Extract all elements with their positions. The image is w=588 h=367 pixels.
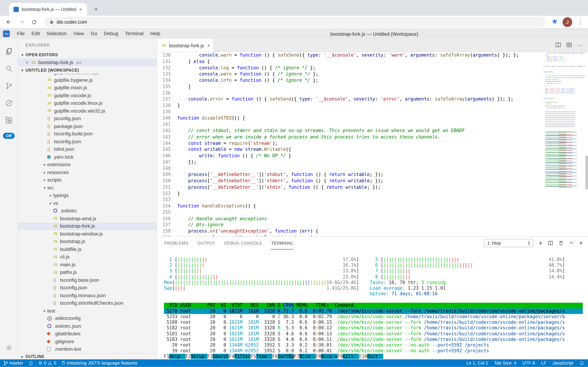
terminal-select[interactable]: 1: htop	[484, 239, 533, 247]
language-mode[interactable]: JavaScript	[553, 360, 573, 366]
tree-item-gulpfile.vscode.win32.js[interactable]: JSgulpfile.vscode.win32.js	[18, 107, 157, 115]
tree-item-package.json[interactable]: {}package.json	[18, 122, 157, 130]
js-file-icon: JS	[53, 263, 60, 266]
menu-help[interactable]: Help	[147, 29, 164, 39]
cursor-position[interactable]: Ln 1, Col 1	[466, 360, 488, 366]
menu-debug[interactable]: Debug	[100, 29, 122, 39]
tree-item-gulpfile.vscode.js[interactable]: JSgulpfile.vscode.js	[18, 92, 157, 99]
open-editors-header[interactable]: ▾ OPEN EDITORS	[18, 51, 157, 58]
tree-item-bootstrap-window.js[interactable]: JSbootstrap-window.js	[18, 230, 157, 238]
eol[interactable]: LF	[541, 360, 546, 366]
tree-item-scripts[interactable]: ▸scripts	[18, 176, 157, 184]
tree-item-tsconfig.strictnullchecks.json[interactable]: {}tsconfig.strictNullChecks.json	[18, 299, 157, 307]
bookmark-star-icon[interactable]	[551, 18, 558, 26]
split-terminal-icon[interactable]	[548, 240, 553, 246]
close-panel-icon[interactable]: ×	[579, 240, 583, 247]
tree-item-paths.js[interactable]: JSpaths.js	[18, 268, 157, 276]
browser-menu-icon[interactable]: ⋮	[577, 18, 584, 25]
tree-item-jsconfig.json[interactable]: {}jsconfig.json	[18, 115, 157, 122]
menu-go[interactable]: Go	[87, 29, 101, 39]
open-editor-item[interactable]: × JS bootstrap-fork.js src	[18, 58, 157, 66]
terminal[interactable]: 1 [||||||||||| 17.8%] 5 [|||||||||||||||…	[157, 250, 588, 359]
tree-item-gulpfile.hygiene.js[interactable]: JSgulpfile.hygiene.js	[18, 76, 157, 84]
tree-item-tsconfig.monaco.json[interactable]: {}tsconfig.monaco.json	[18, 292, 157, 299]
json-file-icon: {}	[53, 301, 60, 305]
tree-item-main.js[interactable]: JSmain.js	[18, 261, 157, 268]
tree-item-tslint.json[interactable]: {}tslint.json	[18, 145, 157, 153]
sync-icon[interactable]	[28, 361, 33, 366]
new-tab-button[interactable]: +	[91, 4, 101, 14]
git-branch-item[interactable]: master	[4, 360, 23, 366]
problems-item[interactable]: ⊘ 0 0	[39, 360, 56, 366]
search-icon[interactable]	[0, 60, 18, 77]
tree-item-bootstrap-amd.js[interactable]: JSbootstrap-amd.js	[18, 215, 157, 222]
tree-item-yarn.lock[interactable]: yarn.lock	[18, 153, 157, 161]
notifications-bell-icon[interactable]	[580, 361, 584, 366]
minimap[interactable]: console.warn = function () { safeSend({ …	[543, 52, 585, 236]
tree-item-tsconfig.base.json[interactable]: {}tsconfig.base.json	[18, 276, 157, 284]
panel-tab-debug-console[interactable]: DEBUG CONSOLE	[224, 237, 263, 249]
tree-item-test[interactable]: ▸test	[18, 307, 157, 315]
tree-item-.mention-bot[interactable]: .mention-bot	[18, 345, 157, 353]
editor-scrollbar[interactable]	[585, 156, 588, 190]
reload-icon[interactable]	[29, 17, 39, 27]
line-numbers: 1301311321331341351361371381391401411421…	[157, 52, 177, 236]
code-editor[interactable]: 1301311321331341351361371381391401411421…	[157, 52, 588, 236]
tree-item-tsconfig.json[interactable]: {}tsconfig.json	[18, 284, 157, 292]
menu-file[interactable]: File	[14, 29, 28, 39]
tree-item-gulpfile.mixin.js[interactable]: JSgulpfile.mixin.js	[18, 84, 157, 92]
tree-item-tsconfig.build.json[interactable]: {}tsconfig.build.json	[18, 130, 157, 138]
more-actions-icon[interactable]: ⋯	[577, 42, 583, 49]
tree-item-.eslintrc.json[interactable]: .eslintrc.json	[18, 322, 157, 330]
tree-item-gulpfile.vscode.linux.js[interactable]: JSgulpfile.vscode.linux.js	[18, 99, 157, 107]
tree-item-src[interactable]: ▾src	[18, 184, 157, 192]
encoding[interactable]: UTF-8	[522, 360, 535, 366]
tree-item-extensions[interactable]: ▸extensions	[18, 161, 157, 168]
settings-gear-icon[interactable]	[0, 339, 18, 357]
collaboration-off-badge[interactable]: Off	[3, 133, 15, 139]
tree-item-tsconfig.json[interactable]: {}tsconfig.json	[18, 138, 157, 145]
url-bar[interactable]: ide.coder.com	[44, 17, 546, 27]
split-editor-icon[interactable]	[555, 42, 561, 49]
tree-item-bootstrap.js[interactable]: JSbootstrap.js	[18, 238, 157, 245]
tree-item-typings[interactable]: ▸typings	[18, 192, 157, 199]
editor-tab[interactable]: JS bootstrap-fork.js ×	[157, 39, 214, 52]
menu-selection[interactable]: Selection	[43, 29, 70, 39]
tree-item-vs[interactable]: ▸vs	[18, 199, 157, 207]
new-terminal-icon[interactable]: +	[539, 239, 543, 247]
menu-edit[interactable]: Edit	[28, 29, 43, 39]
debug-icon[interactable]	[0, 95, 18, 112]
tab-size[interactable]: Tab Size: 4	[494, 360, 516, 366]
clipped-tree-item[interactable]: JS gulpfile.extensions.js	[18, 74, 157, 76]
workspace-header[interactable]: ▾ UNTITLED (WORKSPACE)	[18, 66, 157, 74]
explorer-icon[interactable]	[0, 43, 18, 60]
outline-header[interactable]: ▸ OUTLINE	[18, 353, 157, 359]
panel-tab-problems[interactable]: PROBLEMS	[164, 237, 189, 249]
tree-item-buildfile.js[interactable]: JSbuildfile.js	[18, 245, 157, 253]
editor-layout-icon[interactable]	[566, 42, 572, 49]
tree-item-.gitignore[interactable]: .gitignore	[18, 338, 157, 345]
menu-view[interactable]: View	[70, 29, 87, 39]
forward-icon[interactable]	[17, 17, 26, 27]
menu-terminal[interactable]: Terminal	[122, 29, 147, 39]
source-control-icon[interactable]	[0, 77, 18, 95]
tree-item-cli.js[interactable]: JScli.js	[18, 253, 157, 261]
kill-terminal-icon[interactable]	[558, 240, 563, 246]
close-icon[interactable]: ×	[25, 60, 32, 65]
tree-item-.editorconfig[interactable]: .editorconfig	[18, 315, 157, 322]
tree-item-.gitattributes[interactable]: .gitattributes	[18, 330, 157, 338]
back-icon[interactable]	[4, 17, 14, 27]
browser-tab[interactable]: bootstrap-fork.js — Untitled (W ×	[9, 3, 87, 16]
tree-item-.eslintrc[interactable]: .eslintrc	[18, 207, 157, 215]
panel-tab-terminal[interactable]: TERMINAL	[271, 237, 294, 249]
language-status-item[interactable]: Initializing JS/TS language features	[62, 360, 137, 366]
panel-tab-output[interactable]: OUTPUT	[197, 237, 215, 249]
maximize-panel-icon[interactable]	[569, 240, 574, 246]
avatar[interactable]: J	[563, 17, 572, 27]
tab-close-icon[interactable]: ×	[77, 6, 84, 12]
tree-item-bootstrap-fork.js[interactable]: JSbootstrap-fork.js	[18, 222, 157, 230]
tree-item-resources[interactable]: ▸resources	[18, 168, 157, 176]
extensions-icon[interactable]	[0, 112, 18, 129]
tab-close-icon[interactable]: ×	[207, 42, 210, 48]
code-content[interactable]: console.warn = function () { safeSend({ …	[177, 52, 588, 236]
